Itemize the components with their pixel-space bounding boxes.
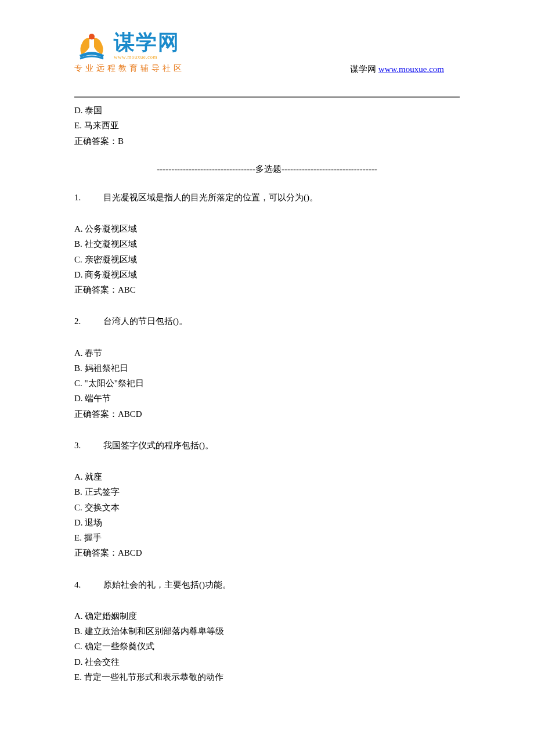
option: B. 正式签字 bbox=[74, 484, 460, 499]
header-right: 谋学网 www.mouxue.com bbox=[350, 64, 444, 75]
question-3: 3.我国签字仪式的程序包括()。 A. 就座 B. 正式签字 C. 交换文本 D… bbox=[74, 438, 460, 561]
page-header: 谋学网 www.mouxue.com 专业远程教育辅导社区 谋学网 www.mo… bbox=[0, 0, 534, 90]
option: C. "太阳公"祭祀日 bbox=[74, 376, 460, 391]
option: C. 交换文本 bbox=[74, 500, 460, 515]
logo-url: www.mouxue.com bbox=[114, 54, 180, 60]
logo-tagline: 专业远程教育辅导社区 bbox=[74, 63, 534, 74]
question-text: 3.我国签字仪式的程序包括()。 bbox=[74, 438, 460, 453]
question-num: 4. bbox=[74, 577, 103, 592]
question-text: 2.台湾人的节日包括()。 bbox=[74, 314, 460, 329]
question-num: 1. bbox=[74, 190, 103, 205]
question-num: 2. bbox=[74, 314, 103, 329]
option: C. 亲密凝视区域 bbox=[74, 252, 460, 267]
question-stem: 原始社会的礼，主要包括()功能。 bbox=[103, 580, 231, 589]
option: A. 确定婚姻制度 bbox=[74, 609, 460, 624]
question-1: 1.目光凝视区域是指人的目光所落定的位置，可以分为()。 A. 公务凝视区域 B… bbox=[74, 190, 460, 298]
option: B. 建立政治体制和区别部落内尊卑等级 bbox=[74, 624, 460, 639]
option: D. 端午节 bbox=[74, 391, 460, 406]
question-2: 2.台湾人的节日包括()。 A. 春节 B. 妈祖祭祀日 C. "太阳公"祭祀日… bbox=[74, 314, 460, 422]
option: D. 社会交往 bbox=[74, 654, 460, 669]
option: C. 确定一些祭奠仪式 bbox=[74, 639, 460, 654]
logo-title: 谋学网 bbox=[114, 32, 180, 53]
question-num: 3. bbox=[74, 438, 103, 453]
logo-text-block: 谋学网 www.mouxue.com bbox=[114, 32, 180, 60]
option: E. 肯定一些礼节形式和表示恭敬的动作 bbox=[74, 669, 460, 685]
prev-answer: 正确答案：B bbox=[74, 134, 460, 149]
top-divider-2 bbox=[74, 98, 460, 98]
content-area: D. 泰国 E. 马来西亚 正确答案：B -------------------… bbox=[0, 96, 534, 685]
option: B. 妈祖祭祀日 bbox=[74, 361, 460, 376]
option: A. 春节 bbox=[74, 345, 460, 361]
option: B. 社交凝视区域 bbox=[74, 236, 460, 251]
logo-area: 谋学网 www.mouxue.com bbox=[74, 32, 534, 60]
option: D. 商务凝视区域 bbox=[74, 267, 460, 282]
option: A. 就座 bbox=[74, 469, 460, 484]
option: D. 退场 bbox=[74, 515, 460, 530]
question-text: 4.原始社会的礼，主要包括()功能。 bbox=[74, 577, 460, 592]
question-text: 1.目光凝视区域是指人的目光所落定的位置，可以分为()。 bbox=[74, 190, 460, 205]
answer: 正确答案：ABCD bbox=[74, 545, 460, 560]
top-divider-1 bbox=[74, 96, 460, 96]
prev-option-d: D. 泰国 bbox=[74, 103, 460, 118]
question-4: 4.原始社会的礼，主要包括()功能。 A. 确定婚姻制度 B. 建立政治体制和区… bbox=[74, 577, 460, 685]
prev-option-e: E. 马来西亚 bbox=[74, 118, 460, 133]
option: E. 握手 bbox=[74, 530, 460, 545]
header-right-text: 谋学网 bbox=[350, 64, 378, 74]
question-stem: 台湾人的节日包括()。 bbox=[103, 316, 187, 326]
question-stem: 我国签字仪式的程序包括()。 bbox=[103, 441, 214, 450]
section-divider: ----------------------------------多选题---… bbox=[74, 164, 460, 175]
option: A. 公务凝视区域 bbox=[74, 221, 460, 236]
answer: 正确答案：ABC bbox=[74, 282, 460, 297]
logo-icon bbox=[74, 32, 109, 60]
header-right-link[interactable]: www.mouxue.com bbox=[378, 64, 444, 74]
answer: 正确答案：ABCD bbox=[74, 406, 460, 422]
question-stem: 目光凝视区域是指人的目光所落定的位置，可以分为()。 bbox=[103, 193, 318, 202]
